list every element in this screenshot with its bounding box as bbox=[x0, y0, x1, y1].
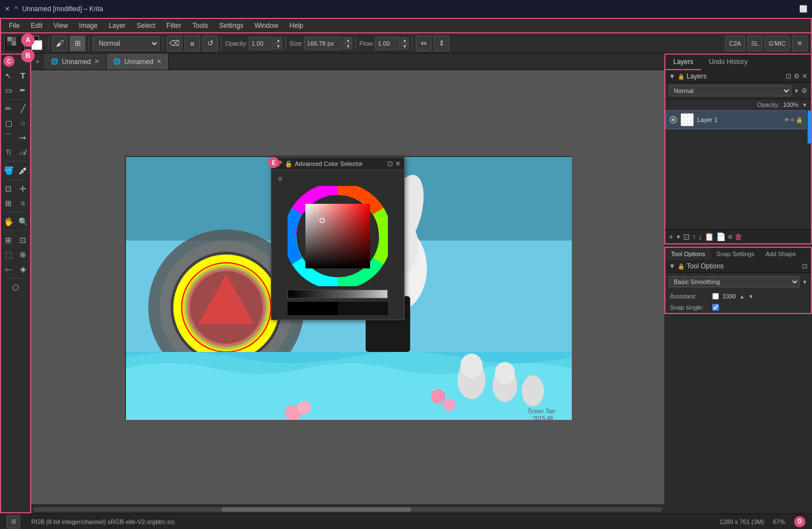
color-wheel[interactable] bbox=[288, 186, 388, 286]
add-shape-tab[interactable]: Add Shape bbox=[760, 248, 801, 260]
h-scrollbar[interactable] bbox=[31, 504, 664, 513]
title-collapse-btn[interactable]: ^ bbox=[14, 5, 18, 13]
color-value-strip[interactable] bbox=[288, 290, 388, 298]
blend-mode-select[interactable]: Normal Multiply Screen Overlay bbox=[93, 36, 159, 51]
assistant-tool[interactable]: ⊡ bbox=[16, 233, 30, 247]
select-shapes-tool[interactable]: ⬚ bbox=[2, 248, 15, 261]
mirror-v-btn[interactable]: ⇕ bbox=[434, 36, 449, 51]
title-close-btn[interactable]: ✕ bbox=[4, 5, 10, 13]
size-input[interactable] bbox=[304, 37, 343, 50]
layer-blend-settings-icon[interactable]: ⚙ bbox=[801, 87, 808, 95]
layer-visibility-checkbox[interactable] bbox=[669, 116, 677, 124]
duplicate-layer-btn[interactable]: ⊡ bbox=[683, 232, 690, 241]
color-selector-lock-icon[interactable]: 🔒 bbox=[285, 160, 293, 168]
flow-up-btn[interactable]: ▲ bbox=[401, 37, 409, 43]
flow-input[interactable] bbox=[375, 37, 400, 50]
freehand-brush-tool[interactable]: ✏ bbox=[2, 102, 15, 115]
tab-1-close[interactable]: ✕ bbox=[94, 58, 99, 65]
add-layer-btn[interactable]: + bbox=[669, 232, 673, 241]
layer-scroll-thumb[interactable] bbox=[808, 110, 811, 144]
color-selector-header[interactable]: 📌 🔒 Advanced Color Selector ⊡ ✕ bbox=[271, 158, 404, 170]
layer-blend-mode-select[interactable]: Normal Multiply Screen bbox=[669, 85, 791, 96]
menu-tools[interactable]: Tools bbox=[187, 19, 213, 32]
layer-alpha-icon[interactable]: α bbox=[791, 117, 794, 123]
ca-btn[interactable]: C2A bbox=[725, 36, 745, 51]
layers-close-icon[interactable]: ✕ bbox=[802, 72, 808, 80]
reload-btn[interactable]: ↺ bbox=[202, 36, 218, 51]
layers-pin-icon[interactable]: ⊡ bbox=[786, 72, 791, 80]
line-tool[interactable]: ╱ bbox=[16, 102, 30, 115]
grid-tool[interactable]: ⊞ bbox=[2, 233, 15, 247]
menu-window[interactable]: Window bbox=[249, 19, 284, 32]
menu-file[interactable]: File bbox=[3, 19, 25, 32]
layers-settings-icon[interactable]: ⚙ bbox=[794, 72, 800, 80]
win-max-btn[interactable]: ⬜ bbox=[799, 5, 808, 13]
menu-image[interactable]: Image bbox=[74, 19, 103, 32]
delete-layer-btn[interactable]: 🗑 bbox=[735, 232, 742, 241]
opacity-up-btn[interactable]: ▲ bbox=[274, 37, 282, 43]
smoothing-select[interactable]: Basic Smoothing No Smoothing Weighted Sm… bbox=[669, 276, 800, 287]
gmic-btn[interactable]: G'MIC bbox=[765, 36, 790, 51]
menu-help[interactable]: Help bbox=[284, 19, 309, 32]
contiguous-select-tool[interactable]: ⇝ bbox=[16, 131, 30, 144]
layer-blend-expand-btn[interactable]: ▼ bbox=[794, 88, 799, 94]
tool-options-collapse-btn[interactable]: ▼ bbox=[669, 262, 675, 270]
layer-lock-icon[interactable]: 🔒 bbox=[796, 117, 803, 123]
text-tool[interactable]: T bbox=[16, 69, 30, 82]
menu-select[interactable]: Select bbox=[131, 19, 161, 32]
eyedropper-tool[interactable]: 💉 bbox=[16, 164, 30, 177]
fill-tool[interactable]: 🪣 bbox=[2, 164, 15, 177]
snap-settings-tab[interactable]: Snap Settings bbox=[711, 248, 760, 260]
color-selector-close-btn[interactable]: ✕ bbox=[395, 160, 401, 168]
assistant-checkbox[interactable] bbox=[712, 293, 719, 300]
tab-unnamed-1[interactable]: 🌐 Unnamed ✕ bbox=[44, 53, 106, 70]
select-arrow-tool[interactable]: ↖ bbox=[2, 69, 15, 82]
text-shape-tool[interactable]: T| bbox=[2, 145, 15, 159]
paste-layer-btn[interactable]: 📄 bbox=[716, 232, 726, 241]
flow-down-btn[interactable]: ▼ bbox=[401, 43, 409, 50]
zoom-tool[interactable]: 🔍 bbox=[16, 215, 30, 228]
tab-unnamed-2[interactable]: 🌐 Unnamed ✕ bbox=[106, 53, 169, 70]
layers-tab[interactable]: Layers bbox=[665, 55, 701, 70]
menu-settings[interactable]: Settings bbox=[213, 19, 249, 32]
crop-tool[interactable]: ⊡ bbox=[2, 182, 15, 195]
layer-align-btn[interactable]: ≡ bbox=[728, 232, 732, 241]
assistant-spin-down[interactable]: ▼ bbox=[748, 293, 753, 300]
layer-move-up-btn[interactable]: ↑ bbox=[692, 232, 696, 241]
opacity-input[interactable] bbox=[249, 37, 273, 50]
preserve-alpha-btn[interactable]: α bbox=[184, 36, 200, 51]
freehand-select-tool[interactable]: ⌒ bbox=[2, 131, 15, 144]
mirror-h-btn[interactable]: ⇔ bbox=[416, 36, 431, 51]
layer-type-btn[interactable]: ▼ bbox=[675, 234, 681, 240]
layer-eye-icon[interactable]: 👁 bbox=[784, 117, 790, 123]
size-up-btn[interactable]: ▲ bbox=[344, 37, 352, 43]
h-scroll-thumb[interactable] bbox=[222, 507, 410, 512]
tool-options-tab[interactable]: Tool Options bbox=[665, 248, 711, 260]
menu-view[interactable]: View bbox=[48, 19, 74, 32]
ellipse-select-tool[interactable]: ○ bbox=[16, 116, 30, 130]
rectangle-select-tool[interactable]: ▢ bbox=[2, 116, 15, 130]
path-tool[interactable]: ✒ bbox=[16, 84, 30, 97]
settings-docker-btn[interactable]: ≡ bbox=[792, 36, 808, 51]
size-down-btn[interactable]: ▼ bbox=[344, 43, 352, 50]
color-selector-detach-btn[interactable]: ⊡ bbox=[387, 160, 393, 168]
erase-btn[interactable]: ⌫ bbox=[167, 36, 182, 51]
transform-tool[interactable]: ⊞ bbox=[2, 197, 15, 210]
h-scroll-track[interactable] bbox=[33, 507, 662, 512]
snap-single-checkbox[interactable] bbox=[712, 304, 719, 311]
tool-options-detach-btn[interactable]: ⊡ bbox=[802, 262, 808, 270]
menu-layer[interactable]: Layer bbox=[103, 19, 131, 32]
magnetic-select-tool[interactable]: ⊗ bbox=[16, 248, 30, 261]
canvas-viewport[interactable]: Tyson Tan 2015.49 📌 🔒 Advanced Color Sel… bbox=[31, 70, 664, 504]
tab-2-close[interactable]: ✕ bbox=[157, 58, 162, 65]
layer-v-scrollbar[interactable] bbox=[806, 110, 811, 229]
assistant-spin-up[interactable]: ▲ bbox=[739, 293, 745, 300]
pan-tool[interactable]: 🖐 bbox=[2, 215, 15, 228]
layer-item[interactable]: Layer 1 👁 α 🔒 bbox=[665, 110, 806, 129]
move-tool[interactable]: ✛ bbox=[16, 182, 30, 195]
canvas-view-btn[interactable]: ⊞ bbox=[7, 515, 20, 528]
menu-filter[interactable]: Filter bbox=[161, 19, 187, 32]
shape-tool[interactable]: ▭ bbox=[2, 84, 15, 97]
color-selector-menu-icon[interactable]: ≡ bbox=[278, 175, 282, 183]
sl-btn[interactable]: SL bbox=[747, 36, 762, 51]
